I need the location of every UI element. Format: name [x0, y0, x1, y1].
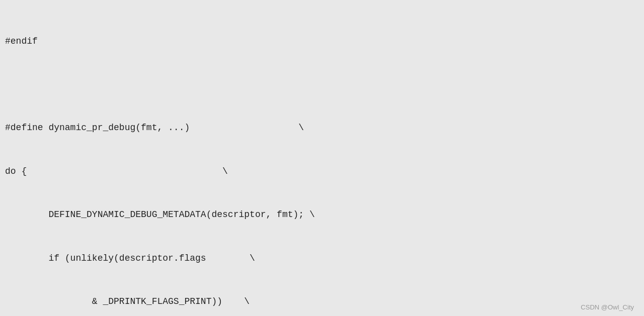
code-line-7: & _DPRINTK_FLAGS_PRINT)) \ — [5, 294, 634, 309]
code-line-1: #endif — [5, 34, 634, 49]
code-line-6: if (unlikely(descriptor.flags \ — [5, 251, 634, 266]
code-block: #endif #define dynamic_pr_debug(fmt, ...… — [0, 0, 644, 316]
watermark: CSDN @Owl_City — [581, 303, 634, 311]
code-line-4: do { \ — [5, 164, 634, 179]
code-line-5: DEFINE_DYNAMIC_DEBUG_METADATA(descriptor… — [5, 207, 634, 222]
code-line-2 — [5, 77, 634, 92]
code-line-3: #define dynamic_pr_debug(fmt, ...) \ — [5, 121, 634, 135]
